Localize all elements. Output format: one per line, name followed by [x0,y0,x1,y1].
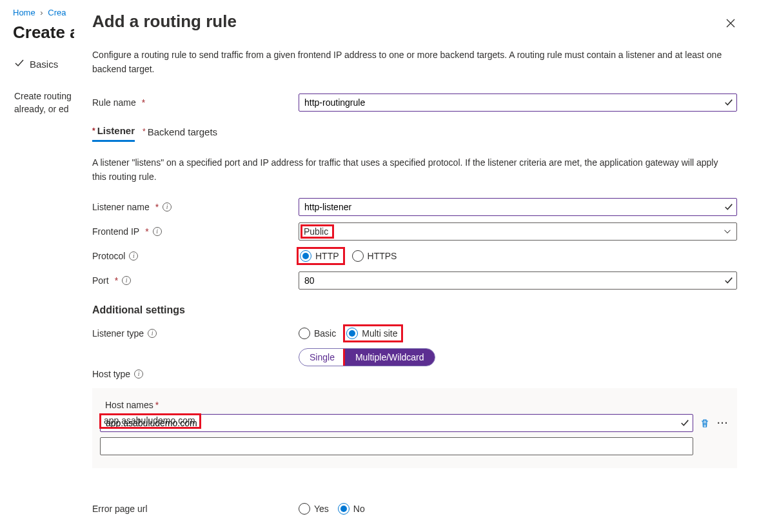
ellipsis-icon: ··· [717,418,729,428]
wizard-step-label: Basics [30,59,58,70]
host-type-row: Host type i Single Multiple/Wildcard [92,347,737,379]
listener-type-basic-radio[interactable]: Basic [299,328,336,339]
host-name-input-1[interactable] [100,414,693,432]
host-row: app.asabuludemo.com ··· [100,414,729,432]
host-row [100,437,729,455]
delete-host-button[interactable] [698,417,711,429]
info-icon[interactable]: i [163,202,172,212]
rule-name-label: Rule name [92,97,136,108]
chevron-right-icon: › [37,8,45,17]
listener-type-row: Listener type i Basic Multi site [92,322,737,344]
host-more-button[interactable]: ··· [716,417,729,429]
protocol-row: Protocol i HTTP HTTPS [92,245,737,267]
left-description: Create routing already, or ed [14,90,79,115]
host-type-multiple[interactable]: Multiple/Wildcard [345,349,435,366]
listener-name-row: Listener name* i [92,196,737,218]
listener-type-basic-label: Basic [314,328,336,339]
required-icon: * [153,400,159,410]
port-row: Port* i [92,270,737,291]
tab-listener[interactable]: * Listener [92,125,135,142]
error-page-radio-group: Yes No [299,503,737,515]
trash-icon [700,418,710,428]
additional-settings-heading: Additional settings [92,304,737,316]
host-type-label: Host type [92,369,130,379]
tab-backend-label: Backend targets [148,126,217,137]
required-icon: * [143,127,146,136]
port-input[interactable] [299,271,737,290]
valid-check-icon [724,98,733,107]
error-page-no-radio[interactable]: No [338,503,365,515]
error-page-yes-label: Yes [314,504,329,514]
protocol-http-radio[interactable]: HTTP [300,250,339,262]
host-type-segmented: Single Multiple/Wildcard [299,348,435,366]
rule-name-input[interactable] [299,94,737,112]
info-icon[interactable]: i [134,369,143,379]
valid-check-icon [724,202,733,212]
chevron-down-icon [724,228,731,235]
protocol-radio-group: HTTP HTTPS [299,249,737,263]
breadcrumb-home-link[interactable]: Home [13,8,35,17]
required-icon: * [113,275,118,286]
check-icon [14,58,26,70]
error-page-url-label: Error page url [92,504,148,514]
tab-listener-label: Listener [97,125,135,136]
tabs: * Listener * Backend targets [92,125,737,142]
protocol-https-radio[interactable]: HTTPS [352,250,397,262]
required-icon: * [140,97,145,108]
host-names-block: Host names* app.asabuludemo.com ··· [92,388,737,468]
rule-name-row: Rule name* [92,92,737,113]
listener-type-label: Listener type [92,328,144,339]
frontend-ip-row: Frontend IP* i Public [92,221,737,242]
required-icon: * [153,202,159,212]
error-page-url-row: Error page url Yes No [92,498,737,520]
listener-type-multi-label: Multi site [362,328,397,339]
error-page-no-label: No [353,504,365,514]
breadcrumb-create-link[interactable]: Crea [48,8,66,17]
protocol-https-label: HTTPS [368,251,397,261]
listener-type-radio-group: Basic Multi site [299,326,737,340]
panel-title: Add a routing rule [92,12,737,32]
listener-name-label: Listener name [92,202,150,212]
valid-check-icon [724,276,733,285]
info-icon[interactable]: i [129,251,138,261]
listener-description: A listener "listens" on a specified port… [92,156,731,184]
host-type-single[interactable]: Single [299,349,345,366]
info-icon[interactable]: i [122,276,131,285]
blade-panel: Add a routing rule Configure a routing r… [74,0,759,532]
close-button[interactable] [720,13,741,34]
host-names-label: Host names* [105,400,729,410]
listener-name-input[interactable] [299,198,737,216]
port-label: Port [92,275,109,286]
frontend-ip-label: Frontend IP [92,226,139,237]
wizard-step-basics[interactable]: Basics [14,58,58,83]
listener-type-multi-radio[interactable]: Multi site [346,328,397,339]
close-icon [725,18,736,28]
tab-backend-targets[interactable]: * Backend targets [143,125,217,142]
valid-check-icon [680,419,689,428]
info-icon[interactable]: i [153,227,162,236]
host-name-input-2[interactable] [100,437,693,455]
error-page-yes-radio[interactable]: Yes [299,503,329,515]
protocol-label: Protocol [92,251,125,261]
info-icon[interactable]: i [148,329,157,338]
frontend-ip-value: Public [302,226,332,237]
protocol-http-label: HTTP [315,251,339,261]
frontend-ip-select[interactable]: Public [299,222,737,241]
required-icon: * [143,226,148,237]
required-icon: * [92,126,95,135]
panel-description: Configure a routing rule to send traffic… [92,48,731,76]
